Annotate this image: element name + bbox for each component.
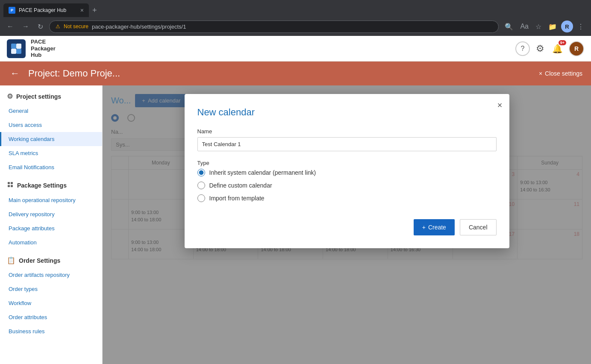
main-layout: ⚙ Project settings General Users access … xyxy=(0,85,591,364)
order-settings-title: Order Settings xyxy=(19,257,60,264)
project-header-bar: ← Project: Demo Proje... × Close setting… xyxy=(0,62,591,85)
cancel-button[interactable]: Cancel xyxy=(460,219,497,235)
close-settings-icon: × xyxy=(539,70,542,77)
svg-rect-7 xyxy=(11,185,13,187)
address-url: pace-packager-hub/settings/projects/1 xyxy=(92,23,186,30)
project-settings-icon: ⚙ xyxy=(7,92,13,100)
type-radio-group: Inherit system calendar (permanent link)… xyxy=(197,169,497,202)
tab-favicon: P xyxy=(9,7,15,14)
forward-button[interactable]: → xyxy=(20,21,32,32)
sidebar-item-users-access[interactable]: Users access xyxy=(0,118,102,132)
search-toolbar-button[interactable]: 🔍 xyxy=(502,21,516,32)
browser-tab[interactable]: P PACE Packager Hub × xyxy=(3,3,89,17)
sidebar-item-business-rules[interactable]: Business rules xyxy=(0,324,102,338)
project-title: Project: Demo Proje... xyxy=(28,68,120,79)
sidebar: ⚙ Project settings General Users access … xyxy=(0,85,103,364)
name-input[interactable] xyxy=(197,137,497,151)
sidebar-item-main-repo[interactable]: Main operational repository xyxy=(0,193,102,207)
new-tab-button[interactable]: + xyxy=(89,6,100,15)
name-form-group: Name xyxy=(197,128,497,151)
type-label: Type xyxy=(197,160,497,166)
sidebar-item-working-calendars[interactable]: Working calendars xyxy=(0,132,102,146)
create-label: Create xyxy=(428,224,446,231)
header-right: ? ⚙ 🔔 9+ R xyxy=(515,41,584,56)
project-settings-title: Project settings xyxy=(16,93,61,100)
profile-button[interactable]: R xyxy=(561,21,573,32)
address-bar[interactable]: ⚠ Not secure pace-packager-hub/settings/… xyxy=(49,21,499,33)
sidebar-item-order-attrs[interactable]: Order attributes xyxy=(0,310,102,324)
close-settings-button[interactable]: × Close settings xyxy=(539,70,582,77)
type-form-group: Type Inherit system calendar (permanent … xyxy=(197,160,497,202)
radio-custom[interactable]: Define custom calendar xyxy=(197,182,497,189)
app-header: PACE Packager Hub ? ⚙ 🔔 9+ R xyxy=(0,36,591,62)
favorites-button[interactable]: ☆ xyxy=(533,21,544,32)
collections-button[interactable]: 📁 xyxy=(546,21,559,32)
not-secure-label: Not secure xyxy=(64,23,88,29)
back-to-projects-button[interactable]: ← xyxy=(9,66,21,81)
sidebar-item-sla-metrics[interactable]: SLA metrics xyxy=(0,146,102,160)
package-settings-icon xyxy=(7,181,14,190)
sidebar-item-email-notifications[interactable]: Email Notifications xyxy=(0,160,102,174)
content-area: Wo... + Add calendar Na... xyxy=(103,85,591,364)
sidebar-item-order-artifacts[interactable]: Order artifacts repository xyxy=(0,268,102,282)
browser-toolbar: ← → ↻ ⚠ Not secure pace-packager-hub/set… xyxy=(0,17,591,36)
sidebar-item-delivery-repo[interactable]: Delivery repository xyxy=(0,207,102,221)
sidebar-item-order-types[interactable]: Order types xyxy=(0,282,102,296)
package-settings-section: Package Settings xyxy=(0,174,102,193)
radio-inherit[interactable]: Inherit system calendar (permanent link) xyxy=(197,169,497,176)
project-settings-section: ⚙ Project settings xyxy=(0,85,102,104)
reading-mode-button[interactable]: Aa xyxy=(517,21,531,32)
back-button[interactable]: ← xyxy=(4,21,16,32)
dialog-title: New calendar xyxy=(197,107,497,118)
radio-import[interactable]: Import from template xyxy=(197,194,497,202)
toolbar-icons: 🔍 Aa ☆ 📁 R ⋮ xyxy=(502,21,587,32)
new-calendar-dialog: × New calendar Name Type Inherit system … xyxy=(185,94,509,248)
svg-rect-4 xyxy=(8,182,10,184)
svg-rect-5 xyxy=(11,182,13,184)
svg-rect-1 xyxy=(16,44,21,49)
more-options-button[interactable]: ⋮ xyxy=(575,21,587,32)
order-settings-section: 📋 Order Settings xyxy=(0,250,102,268)
sidebar-item-automation[interactable]: Automation xyxy=(0,235,102,250)
svg-rect-6 xyxy=(8,185,10,187)
dialog-overlay: × New calendar Name Type Inherit system … xyxy=(103,85,591,364)
settings-button[interactable]: ⚙ xyxy=(534,41,546,56)
svg-rect-2 xyxy=(11,49,16,54)
sidebar-item-general[interactable]: General xyxy=(0,104,102,118)
radio-inherit-label: Inherit system calendar (permanent link) xyxy=(209,169,316,176)
browser-chrome: P PACE Packager Hub × + ← → ↻ ⚠ Not secu… xyxy=(0,0,591,36)
svg-rect-3 xyxy=(16,49,21,54)
app-name: PACE Packager Hub xyxy=(31,38,56,59)
radio-import-input[interactable] xyxy=(197,194,205,202)
security-warning-icon: ⚠ xyxy=(56,23,60,29)
create-button[interactable]: + Create xyxy=(414,219,455,235)
app-container: PACE Packager Hub ? ⚙ 🔔 9+ R ← Project: … xyxy=(0,36,591,364)
create-icon: + xyxy=(422,224,426,231)
tab-title: PACE Packager Hub xyxy=(19,7,77,13)
radio-custom-input[interactable] xyxy=(197,182,205,189)
notification-badge: 9+ xyxy=(559,40,566,45)
notification-bell[interactable]: 🔔 9+ xyxy=(550,42,565,56)
app-logo xyxy=(7,39,26,58)
sidebar-item-workflow[interactable]: Workflow xyxy=(0,296,102,310)
dialog-actions: + Create Cancel xyxy=(197,219,497,235)
radio-import-label: Import from template xyxy=(209,195,265,202)
radio-custom-label: Define custom calendar xyxy=(209,182,272,189)
order-settings-icon: 📋 xyxy=(7,256,15,264)
refresh-button[interactable]: ↻ xyxy=(35,21,46,32)
radio-inherit-input[interactable] xyxy=(197,169,205,176)
tab-close-icon[interactable]: × xyxy=(80,7,84,14)
dialog-close-button[interactable]: × xyxy=(497,101,503,109)
help-button[interactable]: ? xyxy=(515,41,530,56)
browser-tab-bar: P PACE Packager Hub × + xyxy=(0,0,591,17)
user-avatar[interactable]: R xyxy=(569,41,584,56)
package-settings-title: Package Settings xyxy=(17,182,67,189)
close-settings-label: Close settings xyxy=(545,70,582,77)
name-label: Name xyxy=(197,128,497,135)
sidebar-item-package-attrs[interactable]: Package attributes xyxy=(0,221,102,235)
svg-rect-0 xyxy=(11,44,16,49)
